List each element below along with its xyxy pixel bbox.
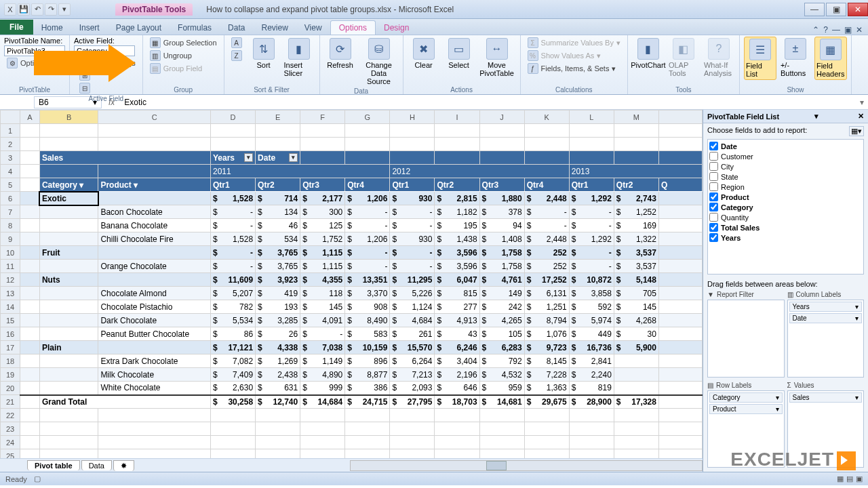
view-normal-icon[interactable]: ▦	[837, 474, 844, 483]
sheet-tab-pivot[interactable]: Pivot table	[27, 460, 80, 470]
category-cell[interactable]: Fruit	[39, 246, 98, 260]
product-cell[interactable]: Milk Chocolate	[98, 368, 211, 382]
layout-dropdown-icon[interactable]: ▦▾	[849, 126, 864, 136]
tab-insert[interactable]: Insert	[71, 21, 108, 35]
pm-buttons-toggle[interactable]: ±+/- Buttons	[779, 37, 812, 79]
minimize-ribbon-icon[interactable]: ⌃	[812, 25, 819, 35]
insert-slicer-button[interactable]: ▮Insert Slicer	[283, 37, 315, 79]
field-headers-toggle[interactable]: ▦Field Headers	[814, 37, 847, 80]
date-filter-dropdown[interactable]: ▾	[289, 153, 298, 162]
field-item[interactable]: Product	[709, 192, 862, 202]
field-item[interactable]: Region	[709, 182, 862, 192]
field-checkbox[interactable]	[709, 182, 718, 191]
field-checkbox[interactable]	[709, 203, 718, 211]
maximize-button[interactable]: ▣	[826, 3, 846, 16]
view-layout-icon[interactable]: ▤	[846, 474, 853, 483]
col-header[interactable]: A	[20, 110, 40, 124]
refresh-button[interactable]: ⟳Refresh	[324, 37, 357, 70]
field-pane-close-icon[interactable]: ✕	[858, 112, 864, 121]
field-checkbox[interactable]	[709, 223, 718, 232]
product-cell[interactable]: Chocolate Pistachio	[98, 300, 211, 314]
ungroup-button[interactable]: ▥Ungroup	[147, 49, 220, 62]
field-item[interactable]: Quantity	[709, 212, 862, 222]
field-item[interactable]: Date	[709, 141, 862, 151]
category-cell[interactable]: Nuts	[39, 273, 98, 287]
area-chip[interactable]: Years▾	[789, 302, 863, 312]
collapse-field-button[interactable]: ⊟	[77, 82, 93, 94]
product-cell[interactable]: Banana Chocolate	[98, 219, 211, 232]
undo-icon[interactable]: ↶	[31, 3, 43, 16]
col-header[interactable]: K	[524, 110, 569, 124]
col-header[interactable]: M	[614, 110, 658, 124]
tab-formulas[interactable]: Formulas	[170, 21, 220, 35]
field-checkbox[interactable]	[709, 162, 718, 171]
select-button[interactable]: ▭Select	[443, 37, 475, 70]
tab-options[interactable]: Options	[330, 20, 376, 35]
col-header[interactable]: H	[390, 110, 435, 124]
tab-view[interactable]: View	[296, 21, 330, 35]
category-cell[interactable]: Plain	[39, 341, 98, 354]
field-item[interactable]: Total Sales	[709, 222, 862, 232]
col-header[interactable]: C	[98, 110, 211, 124]
area-chip[interactable]: Category▾	[709, 392, 783, 403]
area-column-labels[interactable]: Years▾Date▾	[787, 300, 865, 378]
product-cell[interactable]: Chocolate Almond	[98, 287, 211, 300]
product-cell[interactable]: Extra Dark Chocolate	[98, 354, 211, 368]
fields-items-button[interactable]: ƒFields, Items, & Sets ▾	[525, 62, 623, 75]
field-checkbox[interactable]	[709, 192, 718, 201]
col-header[interactable]: G	[345, 110, 390, 124]
product-filter-dropdown[interactable]: ▾	[134, 180, 138, 190]
field-item[interactable]: State	[709, 171, 862, 182]
sort-button[interactable]: ⇅Sort	[248, 37, 280, 70]
horizontal-scrollbar[interactable]	[350, 460, 703, 471]
area-chip[interactable]: Date▾	[789, 313, 863, 323]
workbook-restore-icon[interactable]: ▣	[844, 25, 852, 35]
macro-record-icon[interactable]: ▢	[34, 474, 41, 483]
tab-design[interactable]: Design	[376, 21, 417, 35]
product-cell[interactable]: Peanut Butter Chocolate	[98, 327, 211, 341]
field-checkbox[interactable]	[709, 233, 718, 242]
change-source-button[interactable]: ⛁Change Data Source	[359, 37, 399, 87]
col-header[interactable]: I	[435, 110, 479, 124]
field-checkbox[interactable]	[709, 142, 718, 150]
area-chip[interactable]: Sales▾	[789, 392, 863, 403]
field-item[interactable]: Years	[709, 232, 862, 243]
sort-az-button[interactable]: A	[229, 37, 245, 49]
field-list[interactable]: DateCustomerCityStateRegionProductCatego…	[707, 139, 864, 274]
new-sheet-button[interactable]: ✸	[113, 460, 134, 471]
workbook-minimize-icon[interactable]: —	[832, 25, 840, 35]
area-report-filter[interactable]	[707, 300, 785, 378]
formula-input[interactable]	[121, 97, 856, 108]
view-pagebreak-icon[interactable]: ▣	[856, 474, 863, 483]
sort-za-button[interactable]: Z	[229, 49, 245, 62]
field-item[interactable]: Customer	[709, 151, 862, 161]
redo-icon[interactable]: ↷	[45, 3, 57, 16]
col-header[interactable]: E	[256, 110, 300, 124]
help-icon[interactable]: ?	[823, 25, 828, 35]
qat-dropdown-icon[interactable]: ▾	[58, 3, 71, 16]
minimize-button[interactable]: —	[804, 3, 825, 16]
product-cell[interactable]: White Chocolate	[98, 382, 211, 395]
product-cell[interactable]: Orange Chocolate	[98, 260, 211, 273]
field-item[interactable]: City	[709, 161, 862, 171]
category-cell[interactable]: Exotic	[39, 192, 98, 205]
workbook-close-icon[interactable]: ✕	[856, 25, 863, 35]
col-header[interactable]: F	[300, 110, 345, 124]
col-header[interactable]: L	[569, 110, 614, 124]
row-header[interactable]: 1	[1, 124, 20, 138]
pivotchart-button[interactable]: ▮PivotChart	[632, 37, 665, 70]
close-button[interactable]: ✕	[848, 3, 868, 16]
tab-page-layout[interactable]: Page Layout	[108, 21, 170, 35]
excel-icon[interactable]: X	[4, 3, 16, 16]
col-header[interactable]: J	[479, 110, 524, 124]
clear-button[interactable]: ✖Clear	[408, 37, 440, 70]
field-checkbox[interactable]	[709, 172, 718, 181]
tab-home[interactable]: Home	[33, 21, 71, 35]
field-checkbox[interactable]	[709, 152, 718, 161]
field-pane-dropdown-icon[interactable]: ▾	[814, 112, 818, 121]
tab-data[interactable]: Data	[220, 21, 253, 35]
sheet-tab-data[interactable]: Data	[81, 460, 112, 470]
move-button[interactable]: ↔Move PivotTable	[478, 37, 516, 79]
product-cell[interactable]: Bacon Chocolate	[98, 205, 211, 219]
area-chip[interactable]: Product▾	[709, 404, 783, 414]
